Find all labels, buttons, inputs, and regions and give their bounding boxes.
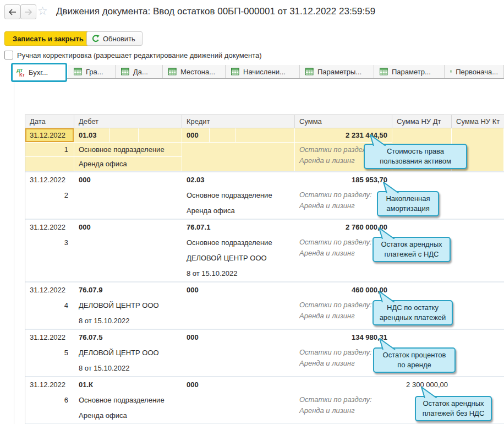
dtkt-icon: ДтКт <box>17 68 25 77</box>
favorite-star-icon[interactable]: ☆ <box>37 4 48 18</box>
cell-amount[interactable]: Остатки по разделу: Аренда и лизинг <box>295 377 392 423</box>
tab-label: Местона... <box>180 68 215 76</box>
cell-date[interactable]: 31.12.20226 <box>25 377 74 423</box>
tab-6[interactable]: Параметры... <box>300 65 374 78</box>
account-code[interactable]: 76.07.9 <box>74 282 182 298</box>
cell-date[interactable]: 31.12.20224 <box>25 282 74 329</box>
cell-date[interactable]: 31.12.20221 <box>25 128 74 171</box>
manual-adjustment-label: Ручная корректировка (разрешает редактир… <box>17 51 262 59</box>
cell-credit[interactable]: 76.07.1Основное подразделениеДЕЛОВОЙ ЦЕН… <box>182 220 295 281</box>
tab-5[interactable]: Начислени... <box>226 65 300 78</box>
subconto[interactable]: 8 от 15.10.2022 <box>74 361 182 376</box>
manual-adjustment-checkbox[interactable] <box>4 51 13 59</box>
callout-text: Остаток арендных платежей с НДС <box>378 240 445 259</box>
table-icon <box>305 68 314 75</box>
account-code[interactable]: 76.07.1 <box>182 220 294 235</box>
account-code[interactable]: 000 <box>74 172 182 188</box>
cell-debit[interactable]: 76.07.5ДЕЛОВОЙ ЦЕНТР ООО8 от 15.10.2022 <box>74 330 182 376</box>
column-header[interactable]: Дебет <box>74 115 182 128</box>
tab-7[interactable]: Параметр... <box>374 65 445 78</box>
account-code[interactable]: 01.К <box>74 377 182 393</box>
date-value[interactable]: 31.12.2022 <box>25 128 74 143</box>
subconto[interactable]: Основное подразделение <box>182 188 294 203</box>
table-icon <box>380 68 388 75</box>
callout-text: НДС по остатку арендных платежей <box>378 303 447 323</box>
date-value[interactable]: 31.12.2022 <box>25 282 74 298</box>
cell-credit[interactable]: 000 <box>182 128 295 171</box>
column-header[interactable]: Кредит <box>182 115 295 128</box>
row-number[interactable]: 1 <box>25 143 74 157</box>
subconto[interactable]: Основное подразделение <box>182 235 294 251</box>
subconto[interactable]: ДЕЛОВОЙ ЦЕНТР ООО <box>74 298 182 313</box>
cell-debit[interactable]: 76.07.9ДЕЛОВОЙ ЦЕНТР ООО8 от 15.10.2022 <box>74 282 182 329</box>
column-header[interactable]: Сумма <box>295 115 392 128</box>
callout-text: Остаток арендных платежей без НДС <box>420 399 486 418</box>
table-icon <box>231 68 239 75</box>
tab-8[interactable]: Первонача... <box>445 65 504 78</box>
subconto[interactable]: 8 от 15.10.2022 <box>182 266 294 281</box>
row-number[interactable]: 3 <box>25 235 74 251</box>
date-value[interactable]: 31.12.2022 <box>25 172 74 188</box>
document-movements-window: ☆ Движения документа: Ввод остатков 00БП… <box>0 0 504 424</box>
subconto[interactable]: ДЕЛОВОЙ ЦЕНТР ООО <box>74 345 182 361</box>
date-value[interactable]: 31.12.2022 <box>25 377 74 393</box>
cell-credit[interactable]: 000 <box>182 330 295 376</box>
row-number[interactable]: 6 <box>25 393 74 408</box>
cell-amount-nu-kt[interactable] <box>452 282 504 329</box>
cell-date[interactable]: 31.12.20222 <box>25 172 74 219</box>
cell-debit[interactable]: 01.03Основное подразделениеАренда офиса <box>74 128 182 171</box>
tab-3[interactable]: Да... <box>116 65 163 78</box>
date-value[interactable]: 31.12.2022 <box>25 330 74 345</box>
panel-left-border <box>14 82 14 424</box>
cell-date[interactable]: 31.12.20223 <box>25 220 74 281</box>
cell-amount-nu-kt[interactable] <box>452 330 504 376</box>
tab-accounting-register[interactable]: ДтКт Бухг... <box>11 63 67 82</box>
subconto[interactable]: ДЕЛОВОЙ ЦЕНТР ООО <box>182 251 294 266</box>
callout-text: Стоимость права пользования активом <box>369 146 462 166</box>
account-code[interactable]: 000 <box>74 220 182 235</box>
subconto[interactable]: Основное подразделение <box>74 143 182 157</box>
forward-button[interactable] <box>20 4 36 19</box>
account-code[interactable]: 000 <box>182 128 294 143</box>
cell-debit[interactable]: 000 <box>74 172 182 219</box>
cell-amount-nu-kt[interactable] <box>452 220 504 281</box>
account-code[interactable]: 01.03 <box>74 128 182 143</box>
account-code[interactable]: 000 <box>182 330 294 345</box>
callout-tail <box>368 134 387 146</box>
date-value[interactable]: 31.12.2022 <box>25 220 74 235</box>
account-code[interactable]: 000 <box>182 377 294 393</box>
tab-4[interactable]: Местона... <box>163 65 226 78</box>
subconto[interactable]: Аренда офиса <box>74 157 182 171</box>
subconto[interactable]: Аренда офиса <box>74 408 182 423</box>
tab-label: Первонача... <box>456 68 498 76</box>
amount-value[interactable]: 185 953,70 <box>295 172 392 188</box>
row-number[interactable]: 5 <box>25 345 74 361</box>
subconto[interactable]: 8 от 15.10.2022 <box>74 313 182 329</box>
cell-debit[interactable]: 000 <box>74 220 182 281</box>
account-code[interactable]: 02.03 <box>182 172 294 188</box>
cell-credit[interactable]: 000 <box>182 282 295 329</box>
column-header[interactable]: Сумма НУ Кт <box>452 115 504 128</box>
tab-2[interactable]: Гра... <box>68 65 116 78</box>
row-number[interactable]: 4 <box>25 298 74 313</box>
refresh-button[interactable]: Обновить <box>86 31 143 46</box>
refresh-label: Обновить <box>103 35 135 43</box>
row-number[interactable]: 2 <box>25 188 74 203</box>
cell-amount-nu-kt[interactable] <box>452 172 504 219</box>
subconto[interactable]: Аренда офиса <box>182 203 294 219</box>
subconto[interactable]: Основное подразделение <box>74 393 182 408</box>
column-header[interactable]: Дата <box>25 115 74 128</box>
tab-label: Параметры... <box>317 68 361 76</box>
save-and-close-button[interactable]: Записать и закрыть <box>4 31 92 46</box>
account-code[interactable]: 76.07.5 <box>74 330 182 345</box>
amount-value[interactable] <box>295 377 392 393</box>
tab-label: Да... <box>133 68 148 76</box>
cell-date[interactable]: 31.12.20225 <box>25 330 74 376</box>
cell-credit[interactable]: 02.03Основное подразделениеАренда офиса <box>182 172 295 219</box>
cell-credit[interactable]: 000 <box>182 377 295 423</box>
column-header[interactable]: Сумма НУ Дт <box>392 115 452 128</box>
callout-text: Накопленная амортизация <box>382 194 434 214</box>
account-code[interactable]: 000 <box>182 282 294 298</box>
back-button[interactable] <box>4 4 20 19</box>
cell-debit[interactable]: 01.КОсновное подразделениеАренда офиса <box>74 377 182 423</box>
